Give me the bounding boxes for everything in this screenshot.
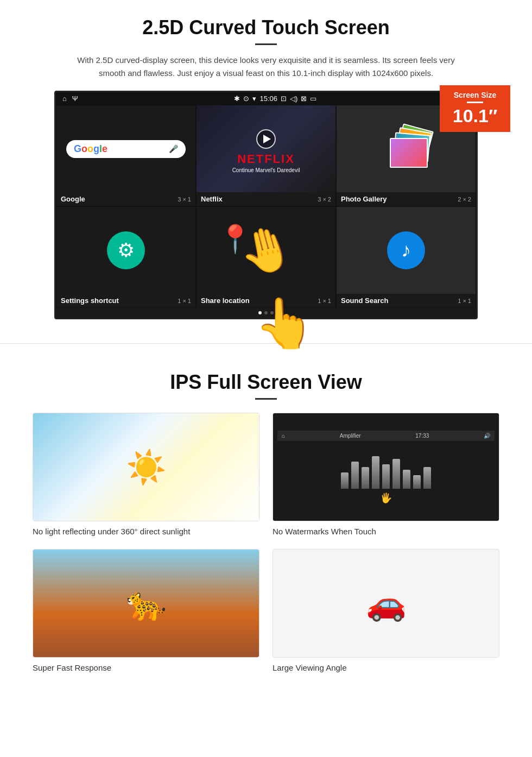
amplifier-image: ⌂ Amplifier 17:33 🔊 xyxy=(273,413,499,521)
features-grid: ☀️ No light reflecting under 360° direct… xyxy=(33,413,499,672)
amp-bar-9 xyxy=(423,467,431,489)
feature-amplifier: ⌂ Amplifier 17:33 🔊 xyxy=(273,413,499,536)
app-cell-share-location[interactable]: 📍 🤚 Share location 1 × 1 xyxy=(196,206,336,308)
usb-icon: Ψ xyxy=(72,94,78,103)
car-icon: 🚗 xyxy=(366,584,407,623)
sunlight-image: ☀️ xyxy=(33,413,259,521)
netflix-content: NETFLIX Continue Marvel's Daredevil xyxy=(232,125,300,173)
netflix-play-button[interactable] xyxy=(256,129,276,149)
status-bar-center: ✱ ⊙ ▾ 15:06 ⊡ ◁) ⊠ ▭ xyxy=(81,94,470,103)
amp-bar-4 xyxy=(372,456,379,489)
car-visual: 🚗 xyxy=(273,550,499,657)
amp-bar-5 xyxy=(382,464,390,489)
amplifier-caption: No Watermarks When Touch xyxy=(273,527,499,536)
netflix-cell-inner: NETFLIX Continue Marvel's Daredevil xyxy=(197,105,335,192)
netflix-logo: NETFLIX xyxy=(232,152,300,166)
netflix-subtitle: Continue Marvel's Daredevil xyxy=(232,167,300,173)
feature-sunlight: ☀️ No light reflecting under 360° direct… xyxy=(33,413,259,536)
camera-icon: ⊡ xyxy=(281,94,287,103)
badge-line xyxy=(467,102,483,103)
settings-name: Settings shortcut xyxy=(61,297,119,305)
gallery-size: 2 × 2 xyxy=(458,196,471,203)
gear-icon: ⚙ xyxy=(117,239,135,262)
section1-title: 2.5D Curved Touch Screen xyxy=(33,16,499,39)
google-label-row: Google 3 × 1 xyxy=(56,192,195,206)
amplifier-visual: ⌂ Amplifier 17:33 🔊 xyxy=(273,413,499,521)
status-bar-left: ⌂ Ψ xyxy=(62,94,78,103)
sound-name: Sound Search xyxy=(341,297,388,305)
hand-touch-pointer: 👆 xyxy=(254,295,315,352)
google-name: Google xyxy=(61,195,85,203)
amp-bar-1 xyxy=(341,472,349,489)
settings-size: 1 × 1 xyxy=(178,298,191,304)
amp-time: 17:33 xyxy=(415,433,429,439)
app-cell-settings[interactable]: ⚙ Settings shortcut 1 × 1 xyxy=(56,206,196,308)
feature-cheetah: 🐆 Super Fast Response xyxy=(33,549,259,672)
car-image: 🚗 xyxy=(273,549,499,658)
share-cell-inner: 📍 🤚 xyxy=(197,207,335,294)
status-bar: ⌂ Ψ ✱ ⊙ ▾ 15:06 ⊡ ◁) ⊠ ▭ xyxy=(56,92,476,105)
app-cell-netflix[interactable]: NETFLIX Continue Marvel's Daredevil Netf… xyxy=(196,105,336,206)
section-curved-screen: 2.5D Curved Touch Screen With 2.5D curve… xyxy=(0,0,532,332)
amp-icons: 🔊 xyxy=(484,433,490,439)
sunlight-visual: ☀️ xyxy=(33,413,259,521)
netflix-name: Netflix xyxy=(201,195,223,203)
share-name: Share location xyxy=(201,297,250,305)
settings-cell-inner: ⚙ xyxy=(56,207,195,294)
feature-car: 🚗 Large Viewing Angle xyxy=(273,549,499,672)
google-size: 3 × 1 xyxy=(178,196,191,203)
amp-bar-8 xyxy=(413,475,421,489)
car-caption: Large Viewing Angle xyxy=(273,663,499,672)
title-underline xyxy=(255,43,277,45)
sunlight-caption: No light reflecting under 360° direct su… xyxy=(33,527,259,536)
gallery-label-row: Photo Gallery 2 × 2 xyxy=(337,192,476,206)
settings-icon-circle: ⚙ xyxy=(107,231,145,269)
x-icon: ⊠ xyxy=(301,94,307,103)
share-size: 1 × 1 xyxy=(318,298,331,304)
section-ips-screen: IPS Full Screen View ☀️ No light reflect… xyxy=(0,355,532,689)
amp-hand-icon: 🖐 xyxy=(380,492,392,504)
cheetah-icon: 🐆 xyxy=(126,584,167,623)
device-screen: ⌂ Ψ ✱ ⊙ ▾ 15:06 ⊡ ◁) ⊠ ▭ xyxy=(54,91,478,319)
location-icon: ⊙ xyxy=(243,94,249,103)
cheetah-visual: 🐆 xyxy=(33,550,259,657)
badge-size-value: 10.1″ xyxy=(448,105,502,127)
sound-label-row: Sound Search 1 × 1 xyxy=(337,294,476,307)
sound-icon-circle: ♪ xyxy=(387,231,425,269)
settings-label-row: Settings shortcut 1 × 1 xyxy=(56,294,195,307)
app-grid: Google 🎤 Google 3 × 1 xyxy=(56,105,476,206)
google-search-bar[interactable]: Google 🎤 xyxy=(66,140,186,158)
home-icon: ⌂ xyxy=(62,94,67,103)
section2-title: IPS Full Screen View xyxy=(33,371,499,394)
amp-header: ⌂ Amplifier 17:33 🔊 xyxy=(277,431,495,441)
play-triangle xyxy=(263,135,271,143)
google-cell-inner: Google 🎤 xyxy=(56,105,195,192)
title-underline-2 xyxy=(255,398,277,400)
amp-bar-6 xyxy=(392,459,400,489)
mic-icon[interactable]: 🎤 xyxy=(169,144,178,153)
netflix-label-row: Netflix 3 × 2 xyxy=(197,192,335,206)
amp-label: Amplifier xyxy=(340,433,361,439)
amp-bars xyxy=(341,445,431,489)
photo-card-4 xyxy=(390,138,428,168)
app-cell-google[interactable]: Google 🎤 Google 3 × 1 xyxy=(56,105,196,206)
section1-description: With 2.5D curved-display screen, this de… xyxy=(76,54,456,80)
cheetah-image: 🐆 xyxy=(33,549,259,658)
amp-bar-7 xyxy=(403,470,410,489)
amp-bar-3 xyxy=(362,467,369,489)
google-logo: Google xyxy=(74,143,107,155)
status-time: 15:06 xyxy=(259,94,277,103)
netflix-size: 3 × 2 xyxy=(318,196,331,203)
gallery-name: Photo Gallery xyxy=(341,195,387,203)
cheetah-caption: Super Fast Response xyxy=(33,663,259,672)
app-cell-sound-search[interactable]: ♪ Sound Search 1 × 1 xyxy=(336,206,476,308)
sound-cell-inner: ♪ xyxy=(337,207,476,294)
volume-icon: ◁) xyxy=(290,94,297,103)
app-grid-bottom: ⚙ Settings shortcut 1 × 1 📍 🤚 S xyxy=(56,206,476,308)
bluetooth-icon: ✱ xyxy=(234,94,240,103)
screen-size-badge: Screen Size 10.1″ xyxy=(440,85,510,132)
badge-label: Screen Size xyxy=(448,91,502,99)
wifi-icon: ▾ xyxy=(252,94,256,103)
sun-icon: ☀️ xyxy=(126,448,167,487)
amp-bar-2 xyxy=(351,462,359,489)
